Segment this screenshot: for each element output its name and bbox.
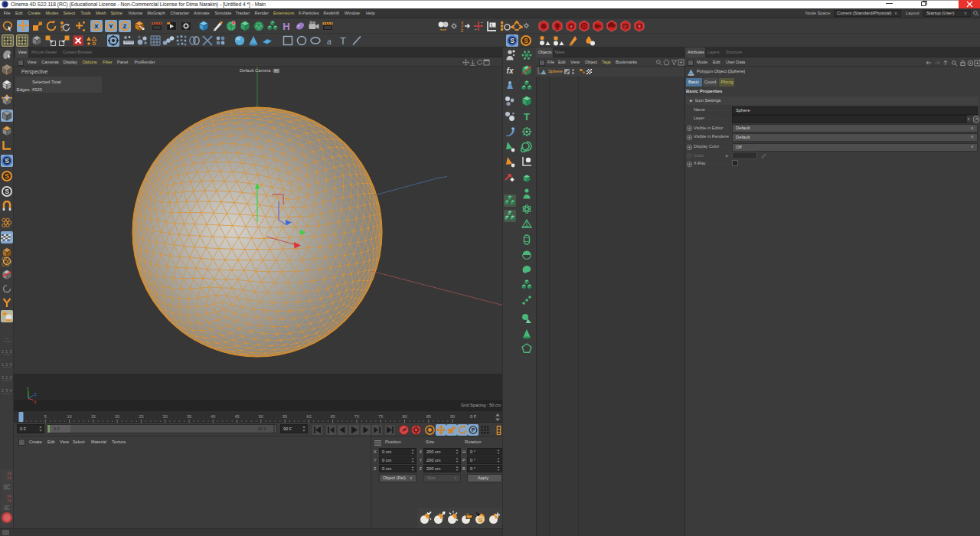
svg-text:25: 25: [139, 414, 143, 419]
svg-text:X: X: [94, 23, 99, 30]
svg-text:60: 60: [306, 414, 311, 419]
svg-text:55: 55: [283, 414, 287, 419]
svg-text:fx: fx: [507, 67, 514, 75]
svg-text:T: T: [524, 111, 530, 123]
svg-text:2 1 3: 2 1 3: [2, 349, 12, 354]
svg-text:Y: Y: [109, 23, 113, 30]
svg-text:65: 65: [330, 414, 335, 419]
svg-text:Z: Z: [34, 392, 38, 397]
svg-text:—: —: [5, 336, 9, 341]
svg-text:90: 90: [450, 414, 455, 419]
svg-text:50: 50: [259, 414, 263, 419]
svg-text:a: a: [327, 35, 332, 47]
svg-text:Y: Y: [27, 387, 30, 391]
svg-text:S: S: [510, 37, 514, 44]
svg-text:2 3 4: 2 3 4: [2, 388, 12, 393]
svg-text:70: 70: [354, 414, 359, 419]
svg-text:P: P: [472, 427, 475, 433]
svg-text:20: 20: [115, 414, 119, 419]
svg-text:45: 45: [234, 414, 239, 419]
svg-text:T: T: [340, 35, 346, 47]
svg-text:10: 10: [67, 414, 71, 419]
svg-text:S: S: [5, 188, 9, 195]
svg-text:15: 15: [91, 414, 96, 419]
svg-text:75: 75: [378, 414, 383, 419]
svg-text:35: 35: [187, 414, 191, 419]
svg-text:S: S: [5, 157, 9, 165]
svg-text:80: 80: [402, 414, 407, 419]
svg-text:X: X: [34, 400, 37, 404]
svg-text:YA: YA: [7, 476, 11, 481]
svg-text:1 2 3: 1 2 3: [2, 362, 12, 367]
svg-text:S: S: [524, 37, 528, 44]
svg-text:H: H: [283, 21, 289, 32]
svg-text:85: 85: [426, 414, 431, 419]
svg-text:S: S: [479, 517, 483, 524]
svg-text:5: 5: [44, 414, 47, 419]
svg-text:Z: Z: [461, 28, 463, 33]
svg-text:Z: Z: [123, 23, 127, 30]
svg-text:3 1 2: 3 1 2: [2, 375, 12, 380]
svg-text:40: 40: [211, 414, 215, 419]
svg-text:S: S: [5, 172, 9, 180]
svg-text:30: 30: [163, 414, 168, 419]
